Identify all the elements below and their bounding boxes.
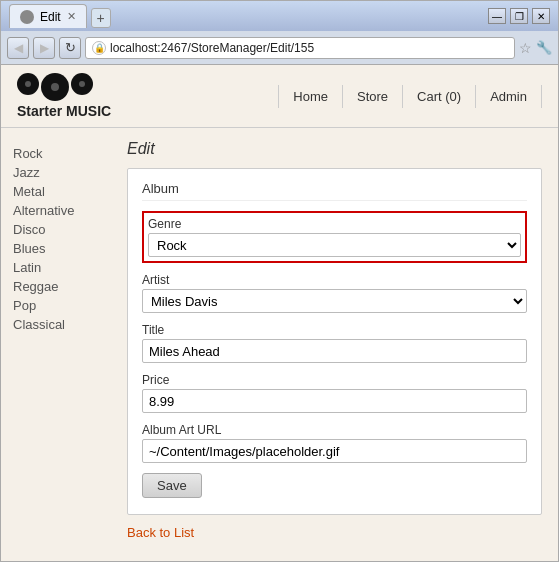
sidebar-item-classical[interactable]: Classical bbox=[13, 315, 99, 334]
window-controls: — ❐ ✕ bbox=[488, 8, 550, 24]
sidebar-item-rock[interactable]: Rock bbox=[13, 144, 99, 163]
sidebar-item-alternative[interactable]: Alternative bbox=[13, 201, 99, 220]
nav-home[interactable]: Home bbox=[278, 85, 342, 108]
genre-label: Genre bbox=[148, 217, 521, 231]
main-edit-area: Edit Album Genre Rock Jazz Metal Alterna… bbox=[111, 128, 558, 561]
genre-field-group: Genre Rock Jazz Metal Alternative Disco … bbox=[148, 217, 521, 257]
tab-area: Edit ✕ + bbox=[9, 4, 484, 28]
site-logo: Starter MUSIC bbox=[17, 73, 111, 119]
price-label: Price bbox=[142, 373, 527, 387]
form-legend: Album bbox=[142, 181, 527, 201]
title-field-group: Title bbox=[142, 323, 527, 363]
close-button[interactable]: ✕ bbox=[532, 8, 550, 24]
page-content: Starter MUSIC Home Store Cart (0) Admin … bbox=[1, 65, 558, 561]
price-input[interactable] bbox=[142, 389, 527, 413]
album-art-label: Album Art URL bbox=[142, 423, 527, 437]
tab-title: Edit bbox=[40, 10, 61, 24]
minimize-button[interactable]: — bbox=[488, 8, 506, 24]
save-button[interactable]: Save bbox=[142, 473, 202, 498]
sidebar: Rock Jazz Metal Alternative Disco Blues … bbox=[1, 128, 111, 561]
url-bar[interactable]: 🔒 localhost:2467/StoreManager/Edit/155 bbox=[85, 37, 515, 59]
site-header: Starter MUSIC Home Store Cart (0) Admin bbox=[1, 65, 558, 128]
sidebar-item-disco[interactable]: Disco bbox=[13, 220, 99, 239]
title-label: Title bbox=[142, 323, 527, 337]
forward-button[interactable]: ▶ bbox=[33, 37, 55, 59]
restore-button[interactable]: ❐ bbox=[510, 8, 528, 24]
main-nav: Home Store Cart (0) Admin bbox=[278, 85, 542, 108]
sidebar-item-latin[interactable]: Latin bbox=[13, 258, 99, 277]
album-art-input[interactable] bbox=[142, 439, 527, 463]
record-icon-2 bbox=[41, 73, 69, 101]
refresh-button[interactable]: ↻ bbox=[59, 37, 81, 59]
address-bar: ◀ ▶ ↻ 🔒 localhost:2467/StoreManager/Edit… bbox=[1, 31, 558, 65]
record-icon-3 bbox=[71, 73, 93, 95]
url-text: localhost:2467/StoreManager/Edit/155 bbox=[110, 41, 508, 55]
artist-label: Artist bbox=[142, 273, 527, 287]
url-security-icon: 🔒 bbox=[92, 41, 106, 55]
nav-cart[interactable]: Cart (0) bbox=[402, 85, 475, 108]
edit-form-box: Album Genre Rock Jazz Metal Alternative … bbox=[127, 168, 542, 515]
tab-close-button[interactable]: ✕ bbox=[67, 10, 76, 23]
nav-store[interactable]: Store bbox=[342, 85, 402, 108]
page-title: Edit bbox=[127, 140, 542, 158]
new-tab-button[interactable]: + bbox=[91, 8, 111, 28]
genre-select[interactable]: Rock Jazz Metal Alternative Disco Blues … bbox=[148, 233, 521, 257]
back-to-list-link[interactable]: Back to List bbox=[127, 525, 194, 540]
sidebar-item-metal[interactable]: Metal bbox=[13, 182, 99, 201]
bookmark-button[interactable]: ☆ bbox=[519, 40, 532, 56]
genre-highlight: Genre Rock Jazz Metal Alternative Disco … bbox=[142, 211, 527, 263]
active-tab[interactable]: Edit ✕ bbox=[9, 4, 87, 28]
sidebar-item-blues[interactable]: Blues bbox=[13, 239, 99, 258]
tab-favicon bbox=[20, 10, 34, 24]
title-bar: Edit ✕ + — ❐ ✕ bbox=[1, 1, 558, 31]
nav-admin[interactable]: Admin bbox=[475, 85, 542, 108]
sidebar-item-jazz[interactable]: Jazz bbox=[13, 163, 99, 182]
back-button[interactable]: ◀ bbox=[7, 37, 29, 59]
site-name: Starter MUSIC bbox=[17, 103, 111, 119]
sidebar-item-reggae[interactable]: Reggae bbox=[13, 277, 99, 296]
settings-button[interactable]: 🔧 bbox=[536, 40, 552, 55]
main-layout: Rock Jazz Metal Alternative Disco Blues … bbox=[1, 128, 558, 561]
sidebar-item-pop[interactable]: Pop bbox=[13, 296, 99, 315]
artist-field-group: Artist Miles Davis bbox=[142, 273, 527, 313]
price-field-group: Price bbox=[142, 373, 527, 413]
album-art-field-group: Album Art URL bbox=[142, 423, 527, 463]
artist-select[interactable]: Miles Davis bbox=[142, 289, 527, 313]
title-input[interactable] bbox=[142, 339, 527, 363]
record-icon-1 bbox=[17, 73, 39, 95]
logo-records bbox=[17, 73, 93, 101]
browser-window: Edit ✕ + — ❐ ✕ ◀ ▶ ↻ 🔒 localhost:2467/St… bbox=[0, 0, 559, 562]
